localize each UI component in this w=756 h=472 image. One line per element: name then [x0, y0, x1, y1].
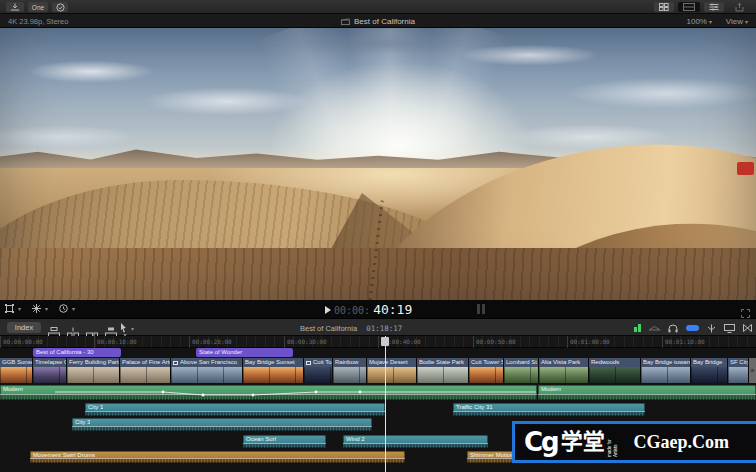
storyline-clip[interactable]: Ferry Building Part 2: [67, 358, 120, 383]
volume-keyframes[interactable]: [0, 385, 537, 400]
project-title[interactable]: Best of California: [300, 324, 357, 333]
switch-view-icon[interactable]: [743, 324, 752, 332]
clip-thumbnail: [33, 367, 66, 383]
audio-clip[interactable]: Modern: [0, 385, 537, 400]
storyline-end-arrow[interactable]: [749, 358, 756, 383]
audio-clip[interactable]: Shimmer Motion: [467, 451, 515, 463]
storyline-clip[interactable]: Palace of Fine Arts: [120, 358, 171, 383]
import-media-button[interactable]: [6, 2, 24, 12]
storyline-clip[interactable]: Lombard St: [504, 358, 539, 383]
mini-audio-meters[interactable]: [477, 304, 485, 314]
viewer-title-text: Best of California: [354, 17, 415, 26]
playhead-handle[interactable]: [381, 337, 389, 346]
audio-clip[interactable]: Movement Swirl Drums: [30, 451, 405, 463]
index-button[interactable]: Index: [7, 322, 41, 333]
storyline-clip[interactable]: Bay Bridge: [691, 358, 728, 383]
clip-name: Rainbow: [335, 358, 358, 367]
storyline-clip[interactable]: GGB Sunset: [0, 358, 33, 383]
viewer-view-menu[interactable]: View: [726, 17, 748, 26]
transform-menu[interactable]: [5, 304, 21, 313]
clip-name-bar: Bodie State Park: [417, 358, 468, 367]
monitor-icon[interactable]: [724, 324, 735, 333]
audio-clip[interactable]: Modern: [538, 385, 756, 400]
inspector-toggle-button[interactable]: [704, 2, 724, 12]
clip-thumbnail: [0, 367, 32, 383]
project-duration: 01:18:17: [366, 324, 402, 333]
waveform: [72, 426, 372, 431]
timeline-right-controls: [634, 319, 752, 337]
ruler-tick-label: 00:01:10:00: [665, 338, 705, 345]
storyline-clip[interactable]: Mojave Desert: [367, 358, 417, 383]
timeline-toolbar: Index Best of California 01:18:17: [0, 318, 756, 336]
ruler-tick: [189, 336, 190, 348]
storyline-clip[interactable]: Coit To...: [304, 358, 333, 383]
snapping-toggle-icon[interactable]: [707, 324, 716, 333]
audio-clip[interactable]: Ocean Surf: [243, 435, 326, 448]
storyline-clip[interactable]: Coit Tower Sunset: [469, 358, 504, 383]
effects-menu[interactable]: [32, 304, 48, 313]
storyline-clip[interactable]: Above San Francisco: [171, 358, 243, 383]
watermark-site: CGaep.Com: [633, 432, 729, 453]
audio-clip[interactable]: Traffic City 31: [453, 403, 645, 416]
storyline-clip[interactable]: Bay Bridge Sunset: [243, 358, 304, 383]
play-icon[interactable]: [325, 306, 331, 314]
fcpx-window: One 4K 23.98p, Stereo: [0, 0, 756, 472]
clip-name: Bay Bridge toward SF: [643, 358, 690, 367]
storyline-clip[interactable]: SF City...: [728, 358, 749, 383]
playhead[interactable]: [385, 336, 386, 472]
timeline-ruler[interactable]: 00:00:00:0000:00:10:0000:00:20:0000:00:3…: [0, 336, 756, 348]
watermark-tagline: made for Artists: [607, 427, 619, 457]
clip-thumbnail: [171, 367, 242, 383]
import-icon: [10, 3, 20, 11]
ruler-tick: [378, 336, 379, 348]
storyline-clip[interactable]: Alta Vista Park: [539, 358, 589, 383]
clip-name: Redwoods: [591, 358, 619, 367]
clip-thumbnail: [589, 367, 640, 383]
retime-menu[interactable]: [59, 304, 75, 313]
one-button[interactable]: One: [28, 2, 48, 12]
clip-name: Bay Bridge Sunset: [245, 358, 295, 367]
transport-bar: 00:00: 40:19: [0, 300, 756, 318]
audio-skimming-icon[interactable]: [649, 326, 660, 331]
audio-clip[interactable]: City 1: [85, 403, 385, 416]
viewer-overlay-menus: [5, 304, 75, 313]
share-button[interactable]: [730, 2, 748, 12]
chapter-marker[interactable]: State of Wonder: [196, 348, 293, 357]
clip-name-bar: Rainbow: [333, 358, 366, 367]
browser-toggle-button[interactable]: [654, 2, 674, 12]
ruler-tick-label: 00:00:20:00: [192, 338, 232, 345]
audio-clip-name: Traffic City 31: [456, 404, 493, 410]
ruler-tick: [567, 336, 568, 348]
tool-pointer-menu[interactable]: [120, 323, 134, 333]
waveform: [467, 458, 515, 463]
ruler-tick-label: 00:00:50:00: [476, 338, 516, 345]
storyline-clip[interactable]: Bodie State Park: [417, 358, 469, 383]
transform-icon: [5, 304, 14, 313]
headphones-icon[interactable]: [668, 324, 678, 333]
clip-thumbnail: [417, 367, 468, 383]
storyline-clip[interactable]: Rainbow: [333, 358, 367, 383]
storyline-clip[interactable]: Timelapse GGB: [33, 358, 67, 383]
clip-name-bar: GGB Sunset: [0, 358, 32, 367]
watermark-logo: Cg: [524, 429, 558, 455]
clip-name: Mojave Desert: [369, 358, 408, 367]
check-button[interactable]: [52, 2, 68, 12]
storyline-clip[interactable]: Redwoods: [589, 358, 641, 383]
chapter-marker[interactable]: Best of California - 30: [33, 348, 121, 357]
skimming-toggle-icon[interactable]: [686, 325, 699, 331]
audio-clip[interactable]: Wind 2: [343, 435, 488, 448]
viewer-zoom-menu[interactable]: 100%: [687, 17, 712, 26]
waveform: [538, 394, 756, 400]
audio-clip[interactable]: City 3: [72, 418, 372, 431]
clip-name: Timelapse GGB: [35, 358, 66, 367]
timeline-toggle-button[interactable]: [678, 2, 700, 12]
filmstrip-icon: [683, 3, 695, 11]
audio-clip-name: City 1: [88, 404, 103, 410]
clip-name-bar: Redwoods: [589, 358, 640, 367]
clip-thumbnail: [243, 367, 303, 383]
multicam-icon: [306, 361, 311, 365]
audio-meters-icon[interactable]: [634, 324, 641, 332]
storyline-clip[interactable]: Bay Bridge toward SF: [641, 358, 691, 383]
check-circle-icon: [56, 3, 65, 12]
viewer-canvas[interactable]: [0, 28, 756, 300]
